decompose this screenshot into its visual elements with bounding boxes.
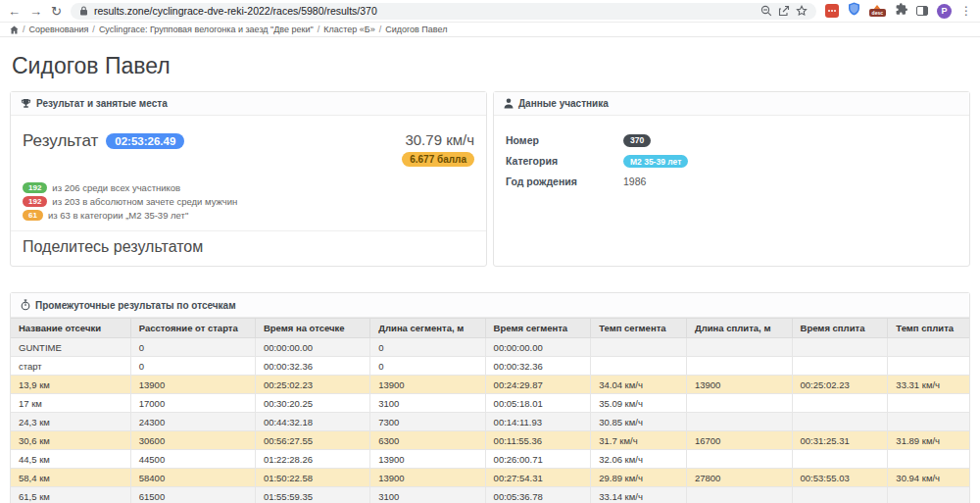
table-cell: 00:00:00.00 (255, 338, 369, 357)
breadcrumb-separator: / (92, 25, 95, 34)
checkpoint-name-cell: 30,6 км (11, 431, 130, 450)
participant-row: Номер370 (506, 133, 957, 147)
table-row: 17 км1700000:30:20.25310000:05:18.0135.0… (11, 394, 969, 413)
table-cell: 00:56:27.55 (255, 431, 369, 450)
breadcrumb-link[interactable]: Соревнования (29, 25, 89, 34)
table-cell (686, 487, 792, 503)
table-cell: 13900 (130, 376, 255, 394)
table-cell: 0 (370, 357, 485, 376)
table-cell: 00:25:02.23 (255, 376, 369, 394)
checkpoint-name-cell: старт (11, 357, 130, 376)
participant-card: Данные участника Номер370КатегорияМ2 35-… (493, 91, 970, 267)
browser-menu-icon[interactable]: ⋮ (960, 4, 972, 18)
checkpoint-name-cell: 58,4 км (11, 469, 130, 487)
back-icon[interactable]: ← (8, 5, 21, 18)
table-cell: 01:22:28.26 (255, 450, 369, 469)
table-cell: 31.89 км/ч (888, 431, 969, 450)
home-icon[interactable] (10, 25, 19, 34)
breadcrumb-link[interactable]: Cyclingrace: Групповая велогонка и заезд… (99, 25, 314, 34)
place-row: 192из 203 в абсолютном зачете среди мужч… (23, 196, 474, 207)
divider (11, 230, 486, 231)
share-icon[interactable] (778, 5, 790, 17)
place-text: из 203 в абсолютном зачете среди мужчин (52, 196, 237, 207)
table-cell (888, 487, 969, 503)
splits-card-title: Промежуточные результаты по отсечкам (35, 300, 236, 311)
column-header: Длина сегмента, м (370, 319, 485, 338)
table-cell: 29.89 км/ч (591, 469, 687, 487)
table-cell: 16700 (686, 431, 792, 450)
splits-card: Промежуточные результаты по отсечкам Наз… (10, 292, 970, 503)
table-cell (686, 357, 792, 376)
splits-table: Название отсечкиРасстояние от стартаВрем… (11, 318, 969, 503)
participant-label: Год рождения (506, 176, 623, 187)
participant-rows: Номер370КатегорияМ2 35-39 летГод рождени… (506, 124, 957, 187)
table-cell: 00:05:18.01 (485, 394, 591, 413)
zoom-out-icon[interactable] (760, 5, 772, 17)
breadcrumb-link[interactable]: Кластер «Б» (323, 25, 374, 34)
browser-toolbar: ← → ↻ results.zone/cyclingrace-dve-reki-… (0, 0, 980, 23)
checkpoint-name-cell: 61,5 км (11, 487, 130, 503)
result-time-badge: 02:53:26.49 (106, 133, 184, 149)
extension-red-icon[interactable] (825, 4, 839, 18)
side-panel-icon[interactable] (916, 6, 928, 16)
breadcrumb-separator: / (23, 25, 25, 34)
table-cell: 00:25:02.23 (792, 376, 888, 394)
result-card: Результат и занятые места Результат 02:5… (10, 91, 487, 267)
table-cell: 0 (130, 338, 255, 357)
table-cell (686, 413, 792, 431)
participant-value-text: 1986 (623, 176, 646, 187)
table-cell: 7300 (370, 413, 485, 431)
column-header: Длина сплита, м (686, 319, 792, 338)
breadcrumb: /Соревнования/Cyclingrace: Групповая вел… (0, 23, 980, 37)
rank-badge: 192 (23, 182, 47, 193)
extensions-area: desc P ⋮ (825, 2, 972, 20)
table-cell (792, 450, 888, 469)
place-text: из 63 в категории „М2 35-39 лет" (48, 210, 188, 221)
table-cell (792, 357, 888, 376)
desc-label: desc (869, 9, 886, 17)
column-header: Темп сплита (888, 319, 969, 338)
table-cell: 00:30:20.25 (255, 394, 369, 413)
table-cell: 30600 (130, 431, 255, 450)
participant-card-header: Данные участника (494, 92, 969, 116)
result-label: Результат (23, 131, 98, 151)
table-cell: 34.04 км/ч (591, 376, 687, 394)
table-cell: 13900 (686, 376, 792, 394)
breadcrumb-current: Сидогов Павел (385, 25, 447, 34)
column-header: Расстояние от старта (130, 319, 255, 338)
bib-number-badge: 370 (623, 134, 651, 147)
address-bar[interactable]: results.zone/cyclingrace-dve-reki-2022/r… (71, 3, 816, 20)
extensions-puzzle-icon[interactable] (895, 2, 907, 20)
participant-row: Год рождения1986 (506, 176, 957, 187)
share-result-title: Поделитесь результатом (23, 238, 474, 256)
forward-icon[interactable]: → (29, 5, 42, 18)
column-header: Название отсечки (11, 319, 130, 338)
profile-avatar[interactable]: P (937, 4, 952, 19)
table-cell (792, 338, 888, 357)
table-cell: 44500 (130, 450, 255, 469)
table-cell (686, 394, 792, 413)
url-text: results.zone/cyclingrace-dve-reki-2022/r… (94, 5, 755, 17)
table-cell: 13900 (370, 469, 485, 487)
reload-icon[interactable]: ↻ (51, 5, 62, 18)
table-cell: 00:44:32.18 (255, 413, 369, 431)
table-cell: 00:11:55.36 (485, 431, 591, 450)
table-cell: 61500 (130, 487, 255, 503)
table-cell: 00:24:29.87 (485, 376, 591, 394)
column-header: Время сегмента (485, 319, 591, 338)
trophy-icon (21, 98, 31, 109)
extension-shield-icon[interactable] (848, 2, 860, 20)
extension-desc-icon[interactable]: desc (869, 5, 886, 17)
bookmark-star-icon[interactable] (796, 5, 808, 17)
table-cell: 01:50:22.58 (255, 469, 369, 487)
table-cell: 00:31:25.31 (792, 431, 888, 450)
table-cell: 0 (130, 357, 255, 376)
table-cell: 00:00:32.36 (255, 357, 369, 376)
participant-card-title: Данные участника (518, 98, 609, 109)
table-cell: 6300 (370, 431, 485, 450)
table-cell: 17000 (130, 394, 255, 413)
table-cell (888, 357, 969, 376)
table-cell: 33.31 км/ч (888, 376, 969, 394)
average-speed: 30.79 км/ч (402, 131, 474, 148)
table-cell: 58400 (130, 469, 255, 487)
